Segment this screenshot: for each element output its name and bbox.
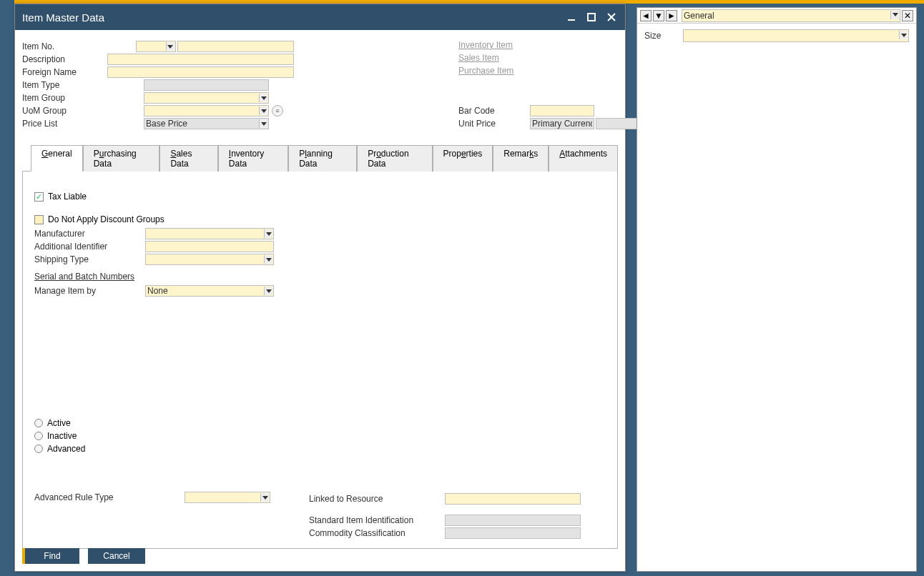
- chevron-down-icon[interactable]: [890, 11, 899, 19]
- svg-rect-1: [588, 14, 595, 21]
- window-body: Item No. Description Foreign Name Item T…: [15, 30, 625, 571]
- no-discount-checkbox[interactable]: Do Not Apply Discount Groups: [34, 214, 606, 224]
- foreignname-label: Foreign Name: [22, 67, 107, 77]
- itemno-input[interactable]: [177, 41, 294, 52]
- itemno-combo[interactable]: [136, 41, 176, 52]
- maximize-button[interactable]: [585, 11, 598, 24]
- tab-panel-general: ✓ Tax Liable Do Not Apply Discount Group…: [22, 172, 618, 549]
- chevron-down-icon[interactable]: [259, 119, 267, 128]
- close-button[interactable]: [605, 11, 618, 24]
- chevron-down-icon[interactable]: [259, 106, 267, 115]
- addl-id-input[interactable]: [145, 241, 274, 252]
- minimize-button[interactable]: [565, 11, 578, 24]
- status-radio-group: Active Inactive Advanced: [34, 417, 85, 455]
- tab-general[interactable]: General: [31, 145, 83, 172]
- bottom-right-fields: Linked to Resource Standard Item Identif…: [309, 492, 581, 540]
- no-discount-label: Do Not Apply Discount Groups: [48, 214, 164, 224]
- tab-bar: General Purchasing Data Sales Data Inven…: [22, 144, 618, 172]
- nav-down-icon[interactable]: ▼: [653, 10, 664, 21]
- sidepanel-category-combo[interactable]: [682, 9, 900, 22]
- unitprice-currency: [530, 118, 594, 129]
- std-item-id-label: Standard Item Identification: [309, 515, 445, 525]
- cancel-button[interactable]: Cancel: [88, 548, 145, 564]
- itemtype-label: Item Type: [22, 80, 144, 90]
- side-panel: ◄ ▼ ► ✕ Size: [637, 7, 917, 572]
- radio-advanced[interactable]: Advanced: [34, 442, 85, 455]
- description-label: Description: [22, 54, 107, 64]
- manage-item-by-label: Manage Item by: [34, 286, 145, 296]
- tab-properties[interactable]: Properties: [433, 145, 493, 172]
- window-controls: [565, 11, 618, 24]
- barcode-label: Bar Code: [458, 106, 530, 116]
- tab-purchasing[interactable]: Purchasing Data: [83, 145, 160, 172]
- form-header-left: Item No. Description Foreign Name Item T…: [22, 40, 294, 130]
- manufacturer-combo[interactable]: [145, 228, 274, 239]
- std-item-id-input: [445, 515, 581, 526]
- tab-remarks[interactable]: Remarks: [493, 145, 549, 172]
- uom-detail-icon[interactable]: ≡: [272, 105, 283, 116]
- nav-prev-icon[interactable]: ◄: [640, 10, 652, 21]
- commodity-class-label: Commodity Classification: [309, 528, 445, 538]
- addl-id-label: Additional Identifier: [34, 242, 145, 252]
- chevron-down-icon[interactable]: [259, 94, 267, 102]
- adv-rule-type-label: Advanced Rule Type: [34, 492, 185, 502]
- unitprice-value: [596, 118, 639, 129]
- tax-liable-checkbox[interactable]: ✓ Tax Liable: [34, 192, 606, 202]
- find-button[interactable]: Find: [22, 548, 79, 564]
- size-combo[interactable]: [683, 29, 909, 42]
- size-label: Size: [644, 31, 680, 41]
- manufacturer-label: Manufacturer: [34, 229, 145, 239]
- itemtype-input: [144, 79, 269, 91]
- tab-sales[interactable]: Sales Data: [159, 145, 217, 172]
- sidepanel-close-button[interactable]: ✕: [902, 10, 913, 21]
- side-panel-toolbar: ◄ ▼ ► ✕: [637, 8, 916, 24]
- tab-attachments[interactable]: Attachments: [549, 145, 618, 172]
- chevron-down-icon[interactable]: [166, 42, 175, 51]
- description-input[interactable]: [107, 54, 294, 65]
- shipping-type-combo[interactable]: [145, 254, 274, 265]
- adv-rule-type-combo[interactable]: [185, 492, 270, 503]
- uomgroup-combo[interactable]: [144, 105, 269, 116]
- footer-buttons: Find Cancel: [22, 548, 145, 564]
- chevron-down-icon[interactable]: [260, 493, 269, 502]
- itemgroup-label: Item Group: [22, 93, 144, 103]
- shipping-type-label: Shipping Type: [34, 254, 145, 264]
- foreignname-input[interactable]: [107, 66, 294, 78]
- nav-next-icon[interactable]: ►: [666, 10, 677, 21]
- left-edge-strip: [0, 0, 14, 576]
- radio-inactive[interactable]: Inactive: [34, 429, 85, 442]
- chevron-down-icon[interactable]: [264, 287, 272, 295]
- main-window: Item Master Data Item No. Description Fo…: [14, 4, 626, 572]
- itemgroup-combo[interactable]: [144, 92, 269, 104]
- barcode-input[interactable]: [530, 105, 594, 116]
- tax-liable-label: Tax Liable: [48, 192, 87, 202]
- uomgroup-label: UoM Group: [22, 106, 144, 116]
- chevron-down-icon[interactable]: [264, 255, 272, 264]
- commodity-class-input: [445, 527, 581, 539]
- linked-resource-input[interactable]: [445, 493, 581, 505]
- side-panel-body: Size: [637, 24, 916, 48]
- window-title: Item Master Data: [22, 11, 104, 24]
- tab-production[interactable]: Production Data: [357, 145, 432, 172]
- manage-item-by-combo[interactable]: [145, 285, 274, 297]
- tab-planning[interactable]: Planning Data: [288, 145, 357, 172]
- serial-batch-heading: Serial and Batch Numbers: [34, 272, 606, 282]
- unitprice-label: Unit Price: [458, 119, 530, 129]
- pricelist-label: Price List: [22, 119, 144, 129]
- itemno-label: Item No.: [22, 41, 136, 51]
- chevron-down-icon[interactable]: [264, 229, 272, 238]
- tab-inventory[interactable]: Inventory Data: [218, 145, 288, 172]
- pricelist-combo[interactable]: [144, 118, 269, 129]
- linked-resource-label: Linked to Resource: [309, 494, 445, 504]
- chevron-down-icon[interactable]: [899, 31, 908, 39]
- radio-active[interactable]: Active: [34, 417, 85, 429]
- form-header: Item No. Description Foreign Name Item T…: [22, 40, 618, 130]
- titlebar: Item Master Data: [15, 4, 625, 30]
